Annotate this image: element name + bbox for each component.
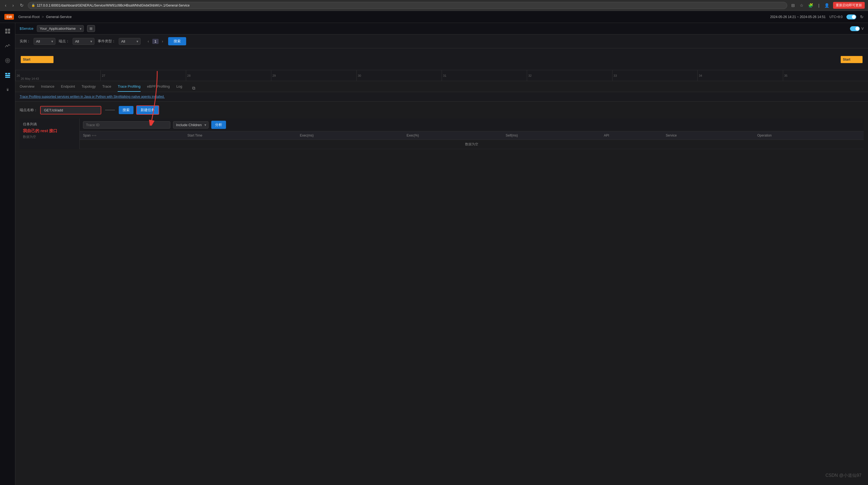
timeline-area: Start Start 26 27 28 29 30 31 32 33 (15, 48, 868, 81)
timeline-tick-31: 31 (442, 70, 527, 81)
endpoint-input-wrapper (40, 106, 101, 114)
trace-table: Span ⟺ Start Time Exec(ms) Exec(%) Self(… (80, 131, 864, 149)
timeline-tick-27: 27 (100, 70, 186, 81)
grid-settings-button[interactable]: ⊞ (87, 25, 95, 32)
rest-interface-label: 我自己的 rest 接口 (23, 128, 76, 133)
svg-rect-0 (5, 29, 7, 31)
breadcrumb-root[interactable]: General-Root (18, 15, 39, 19)
th-operation: Operation (754, 131, 864, 140)
header-left: SW General-Root > General-Service (4, 14, 72, 20)
th-self-ms: Self(ms) (502, 131, 601, 140)
tab-trace-profiling[interactable]: Trace Profiling (118, 84, 140, 92)
th-api: API (600, 131, 662, 140)
content-area: $Service Your_ApplicationName ⊞ V 实例： A (0, 23, 868, 485)
table-header-row: Span ⟺ Start Time Exec(ms) Exec(%) Self(… (80, 131, 864, 140)
theme-toggle[interactable] (846, 14, 856, 20)
right-empty-data: 数据为空 (80, 140, 864, 149)
profile-icon[interactable]: 👤 (823, 2, 831, 8)
tab-log[interactable]: Log (176, 84, 182, 92)
tab-instance[interactable]: Instance (41, 84, 54, 92)
analyze-button[interactable]: 分析 (211, 121, 226, 129)
tp-divider (105, 110, 115, 110)
sidebar-icon-chart[interactable] (3, 41, 12, 51)
th-exec-ms: Exec(ms) (297, 131, 403, 140)
breadcrumb-current: General-Service (46, 15, 72, 19)
main-content: $Service Your_ApplicationName ⊞ V 实例： A (15, 23, 868, 485)
endpoint-select[interactable]: All (72, 38, 94, 45)
new-task-button[interactable]: 新建任务 (136, 105, 159, 115)
reload-btn[interactable]: ↻ (18, 2, 25, 8)
th-exec-pct: Exec(%) (403, 131, 502, 140)
tp-controls: 端点名称： 搜索 新建任务 (20, 105, 864, 115)
browser-actions: ⊟ ☆ 🧩 | 👤 重新启动即可更新 (790, 2, 865, 9)
tp-search-button[interactable]: 搜索 (119, 106, 133, 114)
include-children-select-wrapper: Include Children (173, 121, 209, 129)
copy-icon[interactable]: ⧉ (192, 86, 195, 91)
tab-ebpf-profiling[interactable]: eBPF Profiling (147, 84, 170, 92)
forward-btn[interactable]: › (11, 2, 15, 8)
translate-icon[interactable]: ⊟ (790, 2, 796, 8)
v-label: V (862, 27, 864, 31)
left-empty-data: 数据为空 (23, 134, 76, 139)
instance-select-wrapper: All (34, 38, 55, 45)
prev-page-btn[interactable]: ‹ (146, 38, 151, 44)
svg-rect-9 (5, 75, 10, 76)
svg-rect-2 (5, 31, 7, 34)
service-select[interactable]: Your_ApplicationName (37, 25, 84, 32)
sidebar-icon-target[interactable] (3, 56, 12, 65)
svg-rect-1 (8, 29, 10, 31)
info-banner[interactable]: Trace Profiling supported services writt… (15, 92, 868, 101)
svg-point-6 (7, 60, 8, 61)
instance-select[interactable]: All (34, 38, 55, 45)
tab-topology[interactable]: Topology (82, 84, 96, 92)
extensions-icon[interactable]: 🧩 (807, 2, 815, 8)
tab-endpoint[interactable]: Endpoint (61, 84, 75, 92)
sidebar-icon-dashboard[interactable] (3, 26, 12, 36)
timeline-tick-30: 30 (356, 70, 442, 81)
security-icon: 🔒 (31, 4, 35, 7)
th-span: Span ⟺ (80, 131, 184, 140)
th-start-time: Start Time (184, 131, 297, 140)
v-switch[interactable] (850, 26, 860, 31)
svg-rect-3 (8, 31, 10, 34)
sidebar-icon-settings[interactable] (3, 85, 12, 95)
svg-rect-7 (5, 73, 7, 74)
th-service: Service (662, 131, 754, 140)
breadcrumb-separator: > (42, 15, 44, 19)
include-children-select[interactable]: Include Children (173, 121, 209, 129)
tab-overview[interactable]: Overview (20, 84, 34, 92)
pagination: ‹ 1 › (146, 38, 165, 44)
header-right: 2024-05-26 14:21 ~ 2024-05-26 14:51 UTC+… (770, 14, 864, 20)
service-label: $Service (20, 27, 34, 31)
back-btn[interactable]: ‹ (3, 2, 8, 8)
endpoint-name-input[interactable] (41, 107, 101, 114)
url-bar[interactable]: 🔒 127.0.0.1:60001/dashboard/GENERAL/Serv… (28, 2, 787, 9)
timeline-tick-35: 35 (783, 70, 868, 81)
v-toggle: V (850, 26, 864, 31)
utc-badge: UTC+8:0 (830, 15, 843, 19)
sidebar-icon-widget[interactable] (3, 70, 12, 80)
bookmark-icon[interactable]: ☆ (798, 2, 805, 8)
breadcrumb: General-Root > General-Service (18, 15, 72, 19)
event-type-select-wrapper: All (119, 38, 141, 45)
time-range: 2024-05-26 14:21 ~ 2024-05-26 14:51 (770, 15, 826, 19)
trace-toolbar: Include Children 分析 (80, 119, 864, 131)
next-page-btn[interactable]: › (160, 38, 165, 44)
trace-id-input[interactable] (83, 121, 170, 129)
section-tabs: Overview Instance Endpoint Topology Trac… (15, 81, 868, 92)
search-button[interactable]: 搜索 (168, 37, 186, 46)
endpoint-label: 端点： (59, 39, 69, 44)
endpoint-select-wrapper: All (72, 38, 94, 45)
filter-bar: 实例： All 端点： All 事件类型： All (15, 34, 868, 48)
refresh-icon[interactable]: ↻ (860, 14, 864, 20)
timeline-grid: 26 27 28 29 30 31 32 33 34 35 (15, 70, 868, 81)
separator: | (817, 2, 821, 8)
two-panel: 任务列表 我自己的 rest 接口 数据为空 Include Children (20, 119, 864, 149)
event-type-select[interactable]: All (119, 38, 141, 45)
task-list-title: 任务列表 (23, 122, 76, 127)
event-type-label: 事件类型： (98, 39, 116, 44)
app-container: SW General-Root > General-Service 2024-0… (0, 11, 868, 485)
endpoint-name-label: 端点名称： (20, 108, 37, 113)
restart-button[interactable]: 重新启动即可更新 (833, 2, 865, 9)
tab-trace[interactable]: Trace (102, 84, 112, 92)
